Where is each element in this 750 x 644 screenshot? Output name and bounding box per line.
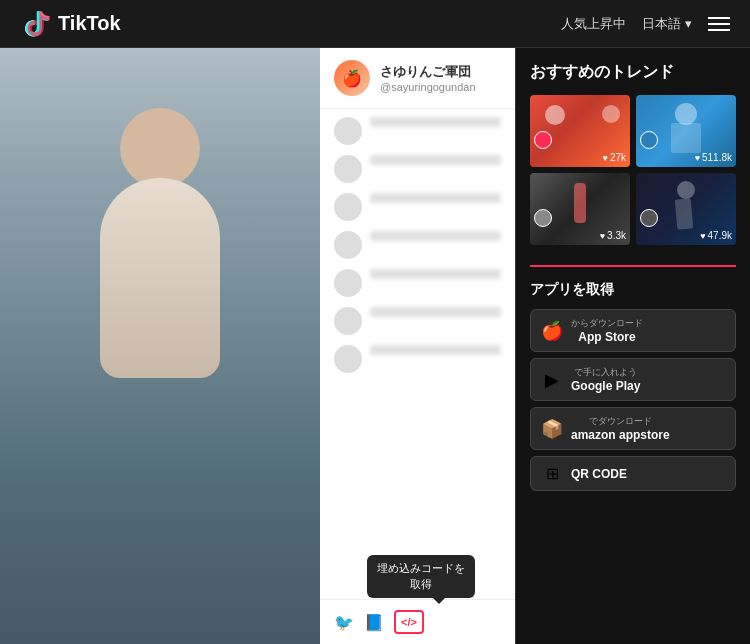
commenter-avatar xyxy=(334,307,362,335)
amazon-text: でダウンロード amazon appstore xyxy=(571,415,670,442)
commenter-avatar xyxy=(334,231,362,259)
heart-icon: ♥ xyxy=(700,231,705,241)
tooltip-text: 埋め込みコードを取得 xyxy=(377,562,465,589)
commenter-avatar xyxy=(334,193,362,221)
hamburger-line xyxy=(708,29,730,31)
google-play-text: で手に入れよう Google Play xyxy=(571,366,640,393)
profile-handle: @sayuringogundan xyxy=(380,81,476,93)
trending-section-title: おすすめのトレンド xyxy=(530,62,736,83)
comment-item xyxy=(334,269,501,297)
trending-nav[interactable]: 人気上昇中 xyxy=(561,15,626,33)
trend-avatar-3 xyxy=(534,209,552,227)
app-store-subtitle: からダウンロード xyxy=(571,317,643,330)
app-store-text: からダウンロード App Store xyxy=(571,317,643,344)
hamburger-menu[interactable] xyxy=(708,17,730,31)
comment-item xyxy=(334,155,501,183)
qr-code-button[interactable]: ⊞ QR CODE xyxy=(530,456,736,491)
google-play-icon: ▶ xyxy=(541,369,563,391)
heart-icon: ♥ xyxy=(603,153,608,163)
google-play-button[interactable]: ▶ で手に入れよう Google Play xyxy=(530,358,736,401)
twitter-icon[interactable]: 🐦 xyxy=(334,613,354,632)
google-play-subtitle: で手に入れよう xyxy=(571,366,640,379)
trend-item-1[interactable]: ♥ 27k xyxy=(530,95,630,167)
comment-item xyxy=(334,117,501,145)
commenter-avatar xyxy=(334,117,362,145)
header: TikTok 人気上昇中 日本語 ▾ xyxy=(0,0,750,48)
commenter-avatar xyxy=(334,269,362,297)
qr-code-label: QR CODE xyxy=(571,467,627,481)
main-content: 🍎 さゆりんご軍団 @sayuringogundan xyxy=(0,48,750,644)
google-play-title: Google Play xyxy=(571,379,640,393)
tiktok-logo-icon xyxy=(20,9,50,39)
embed-code-button[interactable]: </> xyxy=(394,610,424,634)
comment-item xyxy=(334,193,501,221)
person-image xyxy=(0,48,320,644)
trend-likes-4: ♥ 47.9k xyxy=(700,230,732,241)
amazon-title: amazon appstore xyxy=(571,428,670,442)
embed-tooltip: 埋め込みコードを取得 xyxy=(367,555,475,598)
share-bar: 埋め込みコードを取得 🐦 📘 </> xyxy=(320,599,515,644)
hamburger-line xyxy=(708,23,730,25)
logo-text: TikTok xyxy=(58,12,121,35)
logo-area: TikTok xyxy=(20,9,121,39)
trend-likes-3: ♥ 3.3k xyxy=(600,230,626,241)
app-section-title: アプリを取得 xyxy=(530,281,736,299)
trend-item-4[interactable]: ♥ 47.9k xyxy=(636,173,736,245)
trend-item-2[interactable]: ♥ 511.8k xyxy=(636,95,736,167)
heart-icon: ♥ xyxy=(695,153,700,163)
comment-text xyxy=(370,231,501,241)
language-selector[interactable]: 日本語 ▾ xyxy=(642,15,692,33)
comment-item xyxy=(334,307,501,335)
language-label: 日本語 xyxy=(642,15,681,33)
commenter-avatar xyxy=(334,345,362,373)
hamburger-line xyxy=(708,17,730,19)
profile-name: さゆりんご軍団 xyxy=(380,63,476,81)
comment-text xyxy=(370,117,501,127)
comment-item xyxy=(334,231,501,259)
comment-text xyxy=(370,307,501,317)
comment-text xyxy=(370,345,501,355)
trend-avatar-2 xyxy=(640,131,658,149)
video-thumbnail[interactable] xyxy=(0,48,320,644)
header-right: 人気上昇中 日本語 ▾ xyxy=(561,15,730,33)
commenter-avatar xyxy=(334,155,362,183)
comment-item xyxy=(334,345,501,373)
trend-item-3[interactable]: ♥ 3.3k xyxy=(530,173,630,245)
trend-likes-1: ♥ 27k xyxy=(603,152,626,163)
trend-likes-2: ♥ 511.8k xyxy=(695,152,732,163)
comment-text xyxy=(370,193,501,203)
right-sidebar: おすすめのトレンド ♥ 27k xyxy=(516,48,750,644)
chevron-down-icon: ▾ xyxy=(685,16,692,31)
amazon-appstore-button[interactable]: 📦 でダウンロード amazon appstore xyxy=(530,407,736,450)
avatar: 🍎 xyxy=(334,60,370,96)
video-details-panel: 🍎 さゆりんご軍団 @sayuringogundan xyxy=(320,48,515,644)
embed-code-label: </> xyxy=(401,616,417,628)
sidebar-divider xyxy=(530,265,736,267)
comment-text xyxy=(370,269,501,279)
trend-avatar-1 xyxy=(534,131,552,149)
heart-icon: ♥ xyxy=(600,231,605,241)
profile-info: さゆりんご軍団 @sayuringogundan xyxy=(380,63,476,93)
app-store-title: App Store xyxy=(571,330,643,344)
comment-text xyxy=(370,155,501,165)
profile-header: 🍎 さゆりんご軍団 @sayuringogundan xyxy=(320,48,515,109)
qr-code-icon: ⊞ xyxy=(541,464,563,483)
amazon-subtitle: でダウンロード xyxy=(571,415,670,428)
app-store-button[interactable]: 🍎 からダウンロード App Store xyxy=(530,309,736,352)
comments-list xyxy=(320,109,515,599)
video-panel: 🍎 さゆりんご軍団 @sayuringogundan xyxy=(0,48,516,644)
facebook-icon[interactable]: 📘 xyxy=(364,613,384,632)
trending-grid: ♥ 27k ♥ 511.8k xyxy=(530,95,736,245)
trend-avatar-4 xyxy=(640,209,658,227)
amazon-icon: 📦 xyxy=(541,418,563,440)
apple-icon: 🍎 xyxy=(541,320,563,342)
